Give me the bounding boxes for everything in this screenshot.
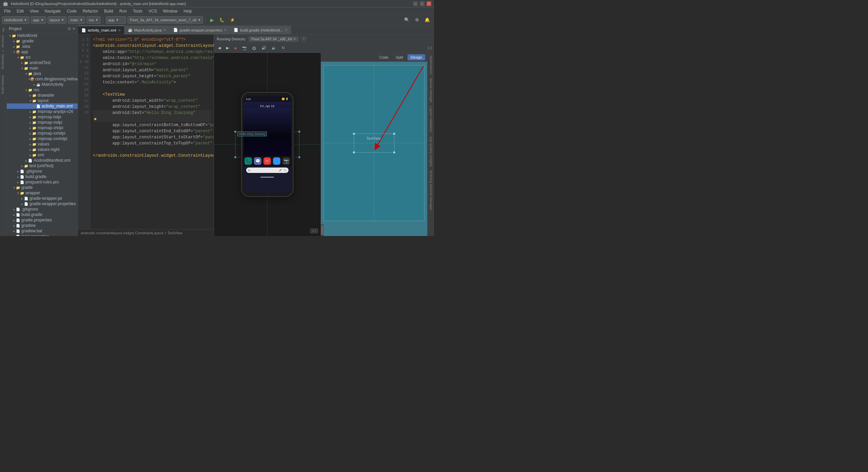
tree-item-gradle-wrapper-jar[interactable]: ▸📄gradle-wrapper.jar — [7, 196, 78, 201]
tree-item-wrapper-dir[interactable]: ▾📁wrapper — [7, 190, 78, 196]
emulator-stop-button[interactable]: ■ — [232, 45, 239, 51]
menu-view[interactable]: View — [27, 8, 41, 14]
sidebar-gear-icon[interactable]: ⚙ — [67, 26, 71, 31]
tree-item-idea-dir[interactable]: ▸📁.idea — [7, 44, 78, 49]
tree-item-gradlew-bat[interactable]: ▸📄gradlew.bat — [7, 228, 78, 234]
menu-code[interactable]: Code — [64, 8, 79, 14]
menu-window[interactable]: Window — [160, 8, 180, 14]
emulator-volume-down-button[interactable]: 🔉 — [270, 45, 278, 51]
tab-gradle-wrapper[interactable]: 📄 gradle-wrapper.properties ✕ — [170, 25, 230, 34]
tree-item-test-dir[interactable]: ▸📁test [unitTest] — [7, 163, 78, 169]
tab-mainactivity[interactable]: ☕ MainActivity.java ✕ — [124, 25, 170, 34]
settings-button[interactable]: ⚙ — [413, 17, 421, 23]
tree-item-androidtest-dir[interactable]: ▸📁androidTest — [7, 60, 78, 65]
tab-close-icon[interactable]: ✕ — [224, 28, 226, 32]
emulator-screenshot-button[interactable]: 📷 — [240, 45, 249, 51]
layout-validation-tool[interactable]: Layout Validation — [429, 105, 433, 134]
design-view-button[interactable]: Design — [408, 54, 425, 60]
res-dropdown[interactable]: res ▼ — [86, 16, 101, 24]
tree-item-xml-dir[interactable]: ▸📁xml — [7, 152, 78, 158]
code-view-button[interactable]: Code — [376, 54, 391, 60]
tree-item-values-night-dir[interactable]: ▸📁values-night — [7, 147, 78, 152]
menu-navigate[interactable]: Navigate — [42, 8, 63, 14]
add-device-button[interactable]: + — [301, 37, 306, 41]
sidebar-close-icon[interactable]: ✕ — [72, 26, 76, 31]
tree-item-proguard-rules[interactable]: ▸📄proguard-rules.pro — [7, 179, 78, 185]
tree-item-androidmanifest[interactable]: ▸📄AndroidManifest.xml — [7, 158, 78, 163]
tab-close-icon[interactable]: ✕ — [285, 28, 288, 32]
notifications-button[interactable]: 🔔 — [422, 17, 432, 23]
tree-item-values-dir[interactable]: ▸📁values — [7, 141, 78, 147]
emulator-back-button[interactable]: ◀ — [216, 45, 223, 51]
tree-item-mipmap-hdpi[interactable]: ▸📁mipmap-hdpi — [7, 114, 78, 120]
running-devices-tool[interactable]: Running Devices Manager — [429, 169, 433, 212]
notifications-tool[interactable]: Notifications — [429, 54, 433, 76]
menu-edit[interactable]: Edit — [14, 8, 26, 14]
structure-tool[interactable]: Structure — [0, 33, 7, 51]
tree-item-local-properties[interactable]: ▸📄local.properties — [7, 234, 78, 236]
app-quality-insights-tool-right[interactable]: App Quality Insights — [429, 135, 433, 168]
menu-refactor[interactable]: Refactor — [80, 8, 101, 14]
emulator-rotate-button[interactable]: ↻ — [280, 45, 287, 51]
tab-close-icon[interactable]: ✕ — [163, 28, 166, 32]
tab-activity-main[interactable]: 📄 activity_main.xml ✕ — [78, 25, 124, 34]
menu-tools[interactable]: Tools — [130, 8, 145, 14]
run-config-dropdown[interactable]: app ▼ — [106, 16, 126, 24]
tree-item-mipmap-xxhdpi[interactable]: ▸📁mipmap-xxhdpi — [7, 131, 78, 136]
tree-item-gitignore[interactable]: ▸📄.gitignore — [7, 169, 78, 174]
close-button[interactable]: ✕ — [427, 1, 431, 6]
device-tab[interactable]: Pixel 3a API 34 _x86_64 ✕ — [249, 36, 299, 42]
scrollbar-thumb[interactable] — [321, 225, 323, 235]
tree-item-java-dir[interactable]: ▾📁java — [7, 71, 78, 76]
tree-item-build-gradle-root[interactable]: ▸📄build.gradle — [7, 212, 78, 217]
tree-item-mipmap-mdpi[interactable]: ▸📁mipmap-mdpi — [7, 120, 78, 125]
device-dropdown[interactable]: Pixel_3a_API_34_extension_level_7_x8 ▼ — [127, 16, 203, 24]
tree-item-main-dir[interactable]: ▾📁main — [7, 65, 78, 71]
tree-item-gradle-dir[interactable]: ▸📁.gradle — [7, 38, 78, 44]
tree-item-res-dir[interactable]: ▾📁res — [7, 87, 78, 93]
device-tab-close[interactable]: ✕ — [293, 37, 296, 41]
tree-item-mipmap-xhdpi[interactable]: ▸📁mipmap-xhdpi — [7, 125, 78, 131]
emulator-forward-button[interactable]: ▶ — [224, 45, 231, 51]
main-dropdown[interactable]: main ▼ — [68, 16, 85, 24]
tree-item-gradle-properties[interactable]: ▸📄gradle.properties — [7, 217, 78, 223]
emulator-power-button[interactable]: ⏻ — [250, 45, 258, 51]
menu-vcs[interactable]: VCS — [146, 8, 160, 14]
tree-item-gitignore-root[interactable]: ▸📄.gitignore — [7, 206, 78, 212]
tree-item-app-dir[interactable]: ▾📦app — [7, 49, 78, 55]
tree-item-drawable-dir[interactable]: ▸📁drawable — [7, 93, 78, 98]
tree-item-gradlew[interactable]: ▸📄gradlew — [7, 223, 78, 228]
debug-button[interactable]: 🐛 — [217, 17, 226, 23]
tree-item-gradle-wrapper-properties[interactable]: ▸📄gradle-wrapper.properties — [7, 201, 78, 206]
device-manager-tool[interactable]: Device Manager — [429, 77, 433, 104]
tab-close-icon[interactable]: ✕ — [118, 28, 121, 32]
run-button[interactable]: ▶ — [208, 17, 216, 23]
menu-run[interactable]: Run — [117, 8, 130, 14]
project-dropdown[interactable]: HelloWorld ▼ — [2, 16, 29, 24]
code-editor[interactable]: 1 2 3 4 5 6 7 8 9 10 11 12 13 14 15 16 1… — [78, 35, 214, 229]
menu-help[interactable]: Help — [181, 8, 195, 14]
design-scrollbar[interactable] — [321, 224, 323, 236]
bookmarks-tool[interactable]: Bookmarks — [0, 51, 7, 72]
tree-item-layout-dir[interactable]: ▾📁layout — [7, 98, 78, 103]
tree-item-activity-main-xml[interactable]: ▸📄activity_main.xml — [7, 103, 78, 109]
menu-build[interactable]: Build — [101, 8, 116, 14]
split-view-button[interactable]: Split — [393, 54, 406, 60]
search-everywhere-button[interactable]: 🔍 — [402, 17, 412, 23]
tree-item-gradle-root-dir[interactable]: ▾📁gradle — [7, 185, 78, 190]
minimize-button[interactable]: ─ — [413, 1, 418, 6]
emulator-volume-up-button[interactable]: 🔊 — [259, 45, 268, 51]
tree-item-package-dir[interactable]: ▾📦com.dingjlaxiong.helloworld — [7, 76, 78, 82]
tree-item-helloworld-root[interactable]: ▾📁HelloWorld — [7, 33, 78, 38]
tree-item-mipmap-anydpi[interactable]: ▸📁mipmap-anydpi-v26 — [7, 109, 78, 114]
profile-button[interactable]: ⚡ — [228, 17, 237, 23]
build-variants-tool[interactable]: Build Variants — [0, 73, 7, 97]
tree-item-mipmap-xxxhdpi[interactable]: ▸📁mipmap-xxxhdpi — [7, 136, 78, 141]
layout-dropdown[interactable]: layout ▼ — [47, 16, 66, 24]
maximize-button[interactable]: □ — [420, 1, 425, 6]
window-controls[interactable]: ─ □ ✕ — [413, 1, 431, 6]
menu-file[interactable]: File — [1, 8, 13, 14]
app-dropdown[interactable]: app ▼ — [31, 16, 46, 24]
tree-item-src-dir[interactable]: ▾📁src — [7, 55, 78, 60]
tree-item-mainactivity[interactable]: ▸☕MainActivity — [7, 82, 78, 87]
